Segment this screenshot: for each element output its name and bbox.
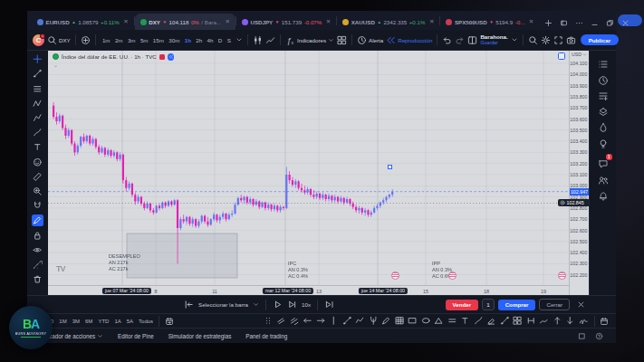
- ellipse-tool-icon[interactable]: [421, 316, 431, 326]
- panel-toggle-icon[interactable]: [578, 332, 586, 340]
- alert-button[interactable]: Alerta: [357, 35, 383, 45]
- chart-style-button[interactable]: [253, 35, 263, 45]
- range-6m[interactable]: 6M: [85, 319, 92, 324]
- timeframe-1m[interactable]: 1m: [101, 36, 112, 44]
- help-icon[interactable]: [595, 332, 603, 340]
- link-tool[interactable]: [32, 259, 43, 271]
- legend-collapse-chevron[interactable]: ⌄: [53, 62, 58, 68]
- settings-gear-icon[interactable]: [541, 35, 551, 45]
- measure-tool-icon[interactable]: [526, 316, 536, 326]
- fullscreen-button[interactable]: [553, 35, 563, 45]
- timeframe-3m[interactable]: 3m: [126, 36, 138, 44]
- forecast-tool[interactable]: [32, 112, 43, 124]
- chat-icon[interactable]: 1: [598, 157, 609, 167]
- price-axis[interactable]: USD 102.947 102.845 104.100104.000103.90…: [569, 51, 589, 295]
- alerts-clock-icon[interactable]: [598, 73, 609, 84]
- ruler-tool[interactable]: [32, 171, 43, 183]
- pencil-tool-icon[interactable]: [381, 316, 391, 326]
- quick-search-button[interactable]: [528, 35, 538, 45]
- hotlists-icon[interactable]: [598, 120, 609, 131]
- watchlist-icon[interactable]: [598, 57, 609, 68]
- restore-button[interactable]: [606, 19, 614, 27]
- close-replay-icon[interactable]: [577, 300, 585, 309]
- crosshair-price-label[interactable]: 102.845: [558, 199, 589, 206]
- indicators-button[interactable]: ƒx Indicadores: [285, 35, 334, 45]
- snapshot-camera-icon[interactable]: [566, 35, 576, 45]
- chart-legend[interactable]: Índice del dólar de EE. UU. · 1h · TVC: [53, 53, 174, 61]
- layout-grid-button[interactable]: [337, 35, 347, 45]
- bottom-tab-3[interactable]: Simulador de estrategias: [168, 333, 232, 339]
- polyline-tool-icon[interactable]: [355, 316, 365, 326]
- browser-tab-dxy[interactable]: DXY▼104.1180%/ Bara...✕: [135, 14, 235, 30]
- signature-tool-icon[interactable]: [579, 316, 589, 326]
- drag-handle-tool-icon[interactable]: [264, 316, 274, 326]
- step-forward-button[interactable]: [287, 300, 297, 310]
- brush-tool-icon[interactable]: [474, 316, 484, 326]
- chart-pane[interactable]: Índice del dólar de EE. UU. · 1h · TVC ⌄…: [48, 51, 569, 285]
- replay-button[interactable]: Reproducción: [386, 35, 432, 45]
- range-ytd[interactable]: YTD: [98, 319, 109, 324]
- bottom-tab-4[interactable]: Panel de trading: [245, 333, 287, 339]
- tab-close-icon[interactable]: ✕: [123, 18, 128, 25]
- add-order-plus-icon[interactable]: [560, 200, 565, 205]
- tab-close-icon[interactable]: ✕: [529, 18, 533, 25]
- range-5a[interactable]: 5A: [127, 319, 133, 324]
- range-3m[interactable]: 3M: [72, 319, 80, 324]
- timeframe-2m[interactable]: 2m: [113, 36, 125, 44]
- tab-search-icon[interactable]: [560, 19, 568, 27]
- text-tool-icon[interactable]: [460, 316, 470, 326]
- replay-speed[interactable]: 10x: [302, 301, 311, 308]
- timeframe-2h[interactable]: 2h: [194, 36, 204, 44]
- remove-drawings-tool[interactable]: [32, 273, 43, 285]
- timeframe-5m[interactable]: 5m: [139, 36, 150, 44]
- text-tool[interactable]: [32, 141, 43, 153]
- symbol-search[interactable]: DXY: [47, 35, 71, 45]
- publish-button[interactable]: Publicar: [581, 34, 619, 45]
- timeframe-15m[interactable]: 15m: [151, 36, 166, 44]
- time-axis[interactable]: jue 07 Mar '24 08:00mar 12 Mar '24 08:00…: [48, 285, 569, 295]
- pane-button[interactable]: [558, 52, 565, 60]
- parallel-channel-tool-icon[interactable]: [276, 316, 286, 326]
- ray-left-tool-icon[interactable]: [303, 316, 312, 326]
- crosshair-tool[interactable]: [32, 53, 43, 65]
- curve-tool-icon[interactable]: [539, 316, 549, 326]
- currency-dropdown[interactable]: USD: [570, 52, 589, 57]
- chevron-down-icon[interactable]: [511, 36, 518, 43]
- compare-button[interactable]: [81, 35, 91, 45]
- vertical-line-tool-icon[interactable]: [329, 316, 339, 326]
- grid-tool-icon[interactable]: [513, 316, 523, 326]
- timeframe-D[interactable]: D: [216, 36, 225, 44]
- undo-button[interactable]: [442, 35, 452, 45]
- economic-event-flag-icon[interactable]: [558, 272, 566, 280]
- arrow-up-tool-icon[interactable]: [553, 316, 562, 326]
- zoom-in-tool[interactable]: [32, 186, 43, 197]
- minimize-button[interactable]: [591, 19, 599, 27]
- legend-red-icon[interactable]: [159, 54, 165, 60]
- close-window-button[interactable]: [621, 19, 630, 27]
- range-todos[interactable]: Todos: [139, 319, 153, 324]
- range-1m[interactable]: 1M: [59, 319, 66, 324]
- calendar-icon[interactable]: [600, 317, 609, 326]
- tab-close-icon[interactable]: ✕: [226, 18, 230, 25]
- ray-right-tool-icon[interactable]: [316, 316, 326, 326]
- ideas-icon[interactable]: [598, 137, 609, 148]
- replay-handle[interactable]: [388, 165, 392, 169]
- triangle-tool-icon[interactable]: [434, 316, 444, 326]
- play-button[interactable]: [273, 300, 283, 310]
- magnet-tool[interactable]: [32, 200, 43, 212]
- tab-close-icon[interactable]: ✕: [429, 18, 434, 25]
- skip-to-end-button[interactable]: [324, 300, 334, 310]
- price-chart-canvas[interactable]: [48, 51, 569, 285]
- eraser-tool-icon[interactable]: [486, 316, 496, 326]
- object-tree-icon[interactable]: [598, 105, 609, 116]
- legend-replay-icon[interactable]: [168, 53, 175, 61]
- economic-event-flag-icon[interactable]: [391, 272, 399, 280]
- user-avatar[interactable]: C: [33, 34, 44, 46]
- timeframe-30m[interactable]: 30m: [167, 36, 181, 44]
- tab-close-icon[interactable]: ✕: [326, 18, 331, 25]
- chevron-down-icon[interactable]: [235, 36, 243, 43]
- buy-button[interactable]: Comprar: [498, 300, 536, 310]
- draw-tool[interactable]: [32, 214, 43, 226]
- parallel-lines-tool-icon[interactable]: [447, 316, 457, 326]
- trend-line-tool-icon[interactable]: [342, 316, 352, 326]
